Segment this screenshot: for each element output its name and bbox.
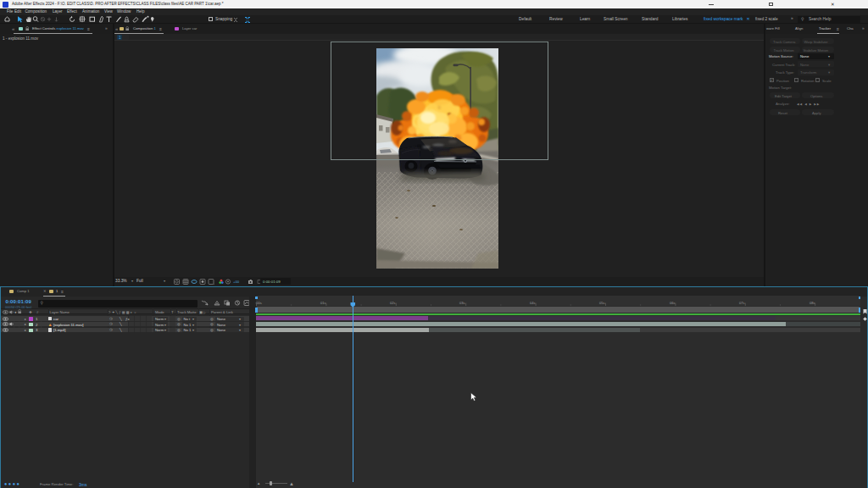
svg-text:+00: +00 — [233, 280, 240, 284]
